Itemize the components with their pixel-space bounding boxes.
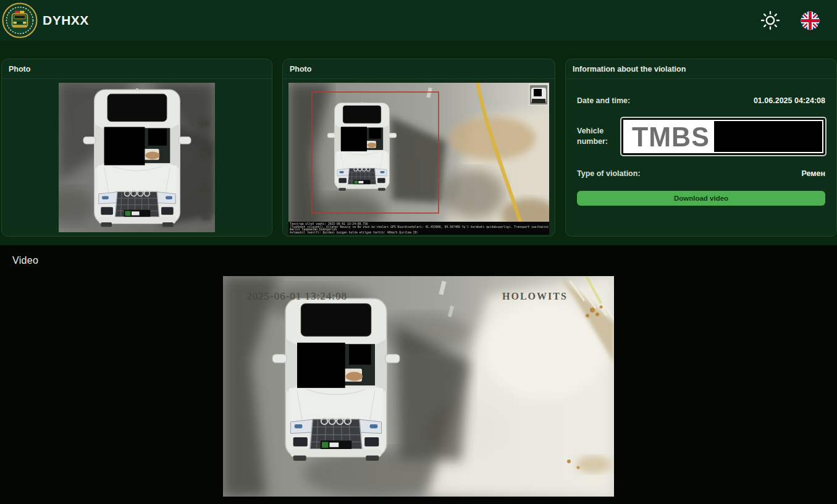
panel-title: Photo: [283, 59, 555, 79]
photo-caption-overlay: Tasvirga olish vaqti: 2025-06-01 13:24:0…: [288, 222, 549, 235]
language-button[interactable]: [799, 9, 821, 32]
panel-title: Photo: [2, 59, 272, 79]
header: DYHXX: [0, 0, 837, 41]
vehicle-number-label: Vehicle number:: [577, 126, 613, 147]
video-watermark: HOLOWITS: [502, 291, 568, 301]
uk-flag-icon: [801, 11, 820, 30]
violation-type-row: Type of violation: Ремен: [577, 169, 825, 178]
photo-panel-closeup: Photo: [1, 59, 272, 237]
video-section: Video: [0, 245, 837, 504]
date-row: Date and time: 01.06.2025 04:24:08: [577, 96, 825, 105]
license-plate-image: TMBS: [621, 118, 825, 155]
theme-toggle-button[interactable]: [759, 9, 781, 32]
date-label: Date and time:: [577, 96, 630, 105]
plate-redaction-box: [714, 121, 822, 152]
video-frame-image: 2025-06-01 13:24:08 HOLOWITS: [223, 276, 614, 497]
caption-line: Avtomobil tasnifi: Qoidani buzgan holda …: [290, 231, 548, 234]
photo-context-wrap: Tasvirga olish vaqti: 2025-06-01 13:24:0…: [288, 83, 549, 235]
photo-caption-text: Tasvirga olish vaqti: 2025-06-01 13:24:0…: [290, 222, 548, 234]
violation-info-body: Date and time: 01.06.2025 04:24:08 Vehic…: [566, 79, 836, 236]
panels-area: Photo: [0, 41, 837, 245]
plate-thumbnail-inset: [529, 85, 548, 105]
plate-text: TMBS: [623, 122, 710, 150]
download-video-button[interactable]: Download video: [577, 191, 825, 206]
dyhxx-logo: [2, 2, 38, 38]
photo-panel-context: Photo: [282, 59, 555, 237]
photo-context-body: Tasvirga olish vaqti: 2025-06-01 13:24:0…: [283, 79, 555, 237]
violation-type-label: Type of violation:: [577, 169, 641, 178]
vehicle-row: Vehicle number: TMBS: [577, 118, 825, 155]
sun-icon: [760, 10, 781, 31]
date-value: 01.06.2025 04:24:08: [754, 96, 825, 105]
violation-photo-closeup: [59, 83, 215, 232]
app-root: DYHXX: [0, 0, 837, 504]
dyhxx-emblem-icon: [2, 2, 38, 38]
violation-type-value: Ремен: [801, 169, 825, 178]
violation-photo-context: [288, 83, 549, 235]
panel-title: Information about the violation: [566, 59, 836, 79]
violation-info-panel: Information about the violation Date and…: [565, 59, 837, 237]
header-actions: [759, 9, 821, 32]
video-player[interactable]: 2025-06-01 13:24:08 HOLOWITS: [223, 276, 614, 497]
video-section-title: Video: [12, 255, 837, 266]
photo-closeup-body: [2, 79, 272, 236]
video-timestamp: 2025-06-01 13:24:08: [246, 290, 347, 302]
app-title: DYHXX: [43, 13, 89, 28]
